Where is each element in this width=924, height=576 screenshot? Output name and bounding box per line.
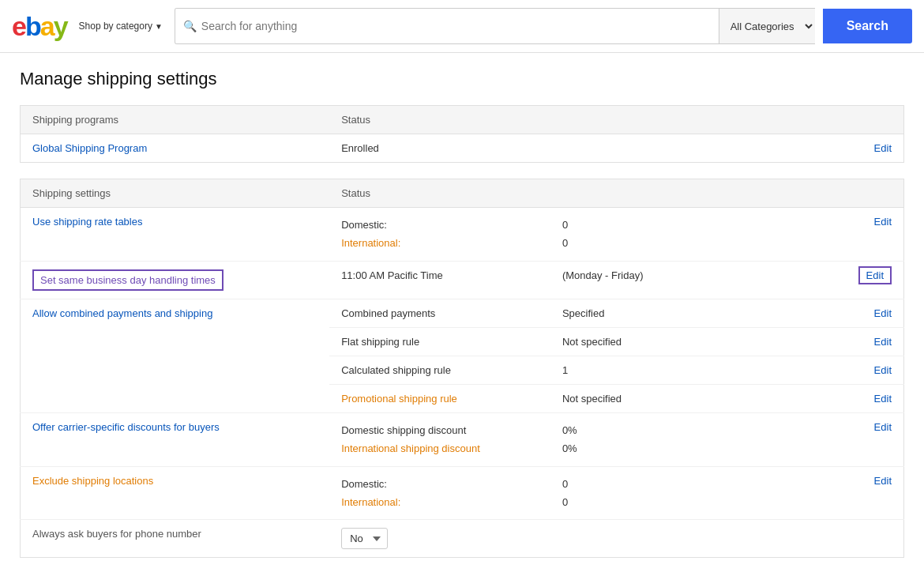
table-row: Use shipping rate tables Domestic: Inter… [21,208,904,262]
flat-shipping-edit[interactable]: Edit [874,336,892,348]
rate-tables-edit-link[interactable]: Edit [874,216,892,228]
rate-tables-international-value: 0 [562,237,568,249]
program-label: Global Shipping Program [21,134,330,163]
table-row: Exclude shipping locations Domestic: Int… [21,466,904,520]
phone-number-label: Always ask buyers for phone number [21,520,330,558]
rate-tables-values: 0 0 [550,208,727,262]
global-shipping-edit-link[interactable]: Edit [874,142,892,154]
carrier-discounts-values: 0% 0% [550,412,727,466]
settings-col-action [727,179,904,208]
programs-col-action [727,106,904,134]
promotional-shipping-status: Promotional shipping rule [329,384,550,412]
search-input[interactable] [201,20,711,32]
programs-col-value [550,106,727,134]
phone-number-dropdown[interactable]: No Yes [341,528,388,549]
exclude-domestic-label: Domestic: [341,478,387,490]
search-bar: 🔍 All Categories [175,8,815,44]
search-input-wrap: 🔍 [175,9,719,43]
search-icon: 🔍 [183,20,197,32]
combined-payments-label: Allow combined payments and shipping [21,299,330,412]
exclude-locations-edit[interactable]: Edit [874,475,892,487]
handling-times-value: (Monday - Friday) [550,261,727,299]
program-status: Enrolled [329,134,550,163]
logo-b: b [25,11,40,42]
shipping-settings-table: Shipping settings Status Use shipping ra… [20,179,904,558]
exclude-locations-status: Domestic: International: [329,466,550,520]
page-title: Manage shipping settings [20,69,904,89]
rate-tables-link[interactable]: Use shipping rate tables [32,216,142,228]
rate-tables-status: Domestic: International: [329,208,550,262]
settings-col-status: Status [329,179,550,208]
combined-payments-link[interactable]: Allow combined payments and shipping [32,307,212,319]
logo-a: a [40,11,54,42]
page-content: Manage shipping settings Shipping progra… [0,53,924,576]
rate-tables-label: Use shipping rate tables [21,208,330,262]
exclude-international-value: 0 [562,496,568,508]
phone-number-status: No Yes [329,520,550,558]
table-row: Offer carrier-specific discounts for buy… [21,412,904,466]
rate-tables-domestic-label: Domestic: [341,219,387,231]
settings-col-value [550,179,727,208]
handling-times-status: 11:00 AM Pacific Time [329,261,550,299]
combined-payments-edit-1[interactable]: Edit [874,307,892,319]
search-button[interactable]: Search [823,9,912,43]
table-row: Set same business day handling times 11:… [21,261,904,299]
programs-col-label: Shipping programs [21,106,330,134]
calculated-shipping-value: 1 [550,356,727,384]
logo-y: y [54,11,67,42]
chevron-down-icon: ▼ [155,22,163,31]
ebay-logo[interactable]: ebay [12,11,67,42]
category-select[interactable]: All Categories [719,9,815,43]
international-discount-label: International shipping discount [341,442,480,454]
programs-col-status: Status [329,106,550,134]
exclude-domestic-value: 0 [562,478,568,490]
carrier-discounts-status: Domestic shipping discount International… [329,412,550,466]
domestic-discount-value: 0% [562,424,577,436]
table-row: Allow combined payments and shipping Com… [21,299,904,327]
rate-tables-domestic-value: 0 [562,219,568,231]
settings-col-label: Shipping settings [21,179,330,208]
calculated-shipping-status: Calculated shipping rule [329,356,550,384]
flat-shipping-status: Flat shipping rule [329,327,550,356]
handling-times-label[interactable]: Set same business day handling times [32,269,223,291]
handling-times-edit-link[interactable]: Edit [858,266,892,284]
domestic-discount-label: Domestic shipping discount [341,424,466,436]
carrier-discounts-link[interactable]: Offer carrier-specific discounts for buy… [32,421,220,433]
promotional-shipping-edit[interactable]: Edit [874,393,892,405]
promotional-shipping-value: Not specified [550,384,727,412]
flat-shipping-value: Not specified [550,327,727,356]
combined-payments-status-1: Combined payments [329,299,550,327]
rate-tables-international-label: International: [341,237,400,249]
exclude-locations-label: Exclude shipping locations [21,466,330,520]
shipping-programs-table: Shipping programs Status Global Shipping… [20,105,904,163]
handling-times-cell: Set same business day handling times [21,261,330,299]
logo-e: e [12,11,25,42]
promotional-shipping-status-text: Promotional shipping rule [341,393,457,405]
header: ebay Shop by category ▼ 🔍 All Categories… [0,0,924,53]
exclude-international-label: International: [341,496,400,508]
global-shipping-program-link[interactable]: Global Shipping Program [32,142,147,154]
international-discount-value: 0% [562,442,577,454]
table-row: Global Shipping Program Enrolled Edit [21,134,904,163]
calculated-shipping-edit[interactable]: Edit [874,364,892,376]
table-row: Always ask buyers for phone number No Ye… [21,520,904,558]
exclude-locations-values: 0 0 [550,466,727,520]
shop-by-label: Shop by category [79,21,152,32]
exclude-locations-link[interactable]: Exclude shipping locations [32,475,153,487]
combined-payments-value-1: Specified [550,299,727,327]
carrier-discounts-label: Offer carrier-specific discounts for buy… [21,412,330,466]
shop-by-category[interactable]: Shop by category ▼ [79,21,163,32]
carrier-discounts-edit[interactable]: Edit [874,421,892,433]
